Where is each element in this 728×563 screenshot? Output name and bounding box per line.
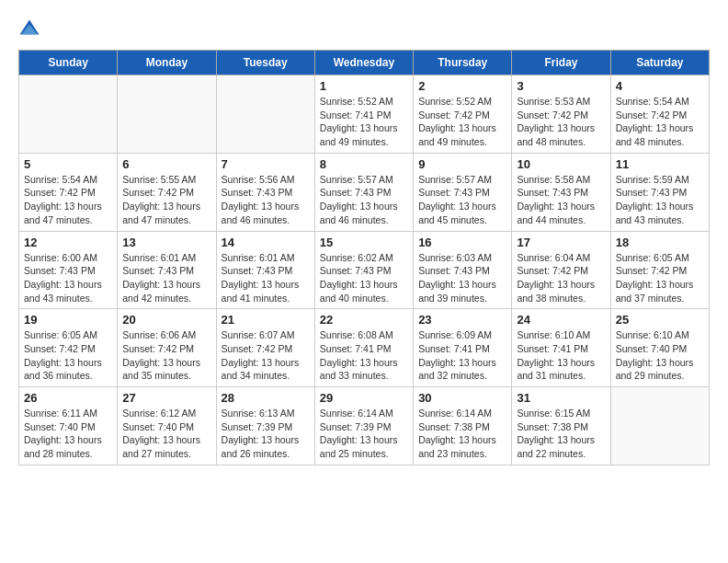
day-number: 27 (122, 391, 210, 405)
day-info: Sunrise: 6:08 AMSunset: 7:41 PMDaylight:… (320, 328, 408, 383)
day-of-week-header: Thursday (414, 51, 512, 75)
calendar-day-cell: 10Sunrise: 5:58 AMSunset: 7:43 PMDayligh… (512, 153, 610, 231)
page-header (18, 18, 710, 40)
calendar-day-cell: 11Sunrise: 5:59 AMSunset: 7:43 PMDayligh… (610, 153, 709, 231)
calendar-day-cell: 19Sunrise: 6:05 AMSunset: 7:42 PMDayligh… (19, 309, 118, 387)
day-number: 23 (418, 313, 506, 327)
day-of-week-header: Tuesday (216, 51, 314, 75)
day-info: Sunrise: 6:13 AMSunset: 7:39 PMDaylight:… (222, 407, 310, 461)
calendar-day-cell: 5Sunrise: 5:54 AMSunset: 7:42 PMDaylight… (19, 153, 118, 231)
day-info: Sunrise: 6:15 AMSunset: 7:38 PMDaylight:… (517, 407, 605, 461)
day-of-week-header: Monday (118, 51, 216, 75)
day-number: 9 (418, 157, 506, 171)
day-of-week-header: Sunday (19, 51, 118, 75)
calendar-day-cell: 16Sunrise: 6:03 AMSunset: 7:43 PMDayligh… (414, 231, 512, 309)
calendar-day-cell: 3Sunrise: 5:53 AMSunset: 7:42 PMDaylight… (512, 75, 610, 154)
day-of-week-header: Friday (512, 51, 610, 75)
calendar-day-cell: 25Sunrise: 6:10 AMSunset: 7:40 PMDayligh… (610, 309, 709, 387)
calendar-day-cell: 20Sunrise: 6:06 AMSunset: 7:42 PMDayligh… (118, 309, 216, 387)
day-number: 4 (616, 79, 704, 93)
day-info: Sunrise: 6:01 AMSunset: 7:43 PMDaylight:… (122, 251, 210, 305)
day-number: 24 (517, 313, 605, 327)
day-info: Sunrise: 5:56 AMSunset: 7:43 PMDaylight:… (222, 173, 310, 227)
day-info: Sunrise: 6:14 AMSunset: 7:39 PMDaylight:… (320, 407, 408, 461)
calendar-week-row: 5Sunrise: 5:54 AMSunset: 7:42 PMDaylight… (19, 153, 710, 231)
day-number: 22 (320, 313, 408, 327)
day-info: Sunrise: 6:09 AMSunset: 7:41 PMDaylight:… (418, 328, 506, 383)
day-info: Sunrise: 6:03 AMSunset: 7:43 PMDaylight:… (418, 251, 506, 305)
calendar-day-cell: 13Sunrise: 6:01 AMSunset: 7:43 PMDayligh… (118, 231, 216, 309)
day-info: Sunrise: 5:55 AMSunset: 7:42 PMDaylight:… (122, 173, 210, 227)
day-number: 19 (24, 313, 112, 327)
calendar-day-cell: 2Sunrise: 5:52 AMSunset: 7:42 PMDaylight… (414, 75, 512, 154)
calendar-week-row: 19Sunrise: 6:05 AMSunset: 7:42 PMDayligh… (19, 309, 710, 387)
calendar-day-cell: 1Sunrise: 5:52 AMSunset: 7:41 PMDaylight… (314, 75, 413, 154)
calendar-day-cell: 18Sunrise: 6:05 AMSunset: 7:42 PMDayligh… (610, 231, 709, 309)
day-number: 25 (616, 313, 704, 327)
day-info: Sunrise: 6:01 AMSunset: 7:43 PMDaylight:… (222, 251, 310, 305)
day-number: 14 (222, 236, 310, 249)
day-info: Sunrise: 6:05 AMSunset: 7:42 PMDaylight:… (616, 251, 704, 305)
calendar-week-row: 1Sunrise: 5:52 AMSunset: 7:41 PMDaylight… (19, 75, 710, 154)
day-info: Sunrise: 6:04 AMSunset: 7:42 PMDaylight:… (517, 251, 605, 305)
day-info: Sunrise: 6:02 AMSunset: 7:43 PMDaylight:… (320, 251, 408, 305)
day-of-week-header: Wednesday (314, 51, 413, 75)
day-info: Sunrise: 5:57 AMSunset: 7:43 PMDaylight:… (320, 173, 408, 227)
day-info: Sunrise: 5:59 AMSunset: 7:43 PMDaylight:… (616, 173, 704, 227)
calendar-day-cell: 30Sunrise: 6:14 AMSunset: 7:38 PMDayligh… (414, 387, 512, 465)
calendar-day-cell (19, 75, 118, 154)
day-info: Sunrise: 6:10 AMSunset: 7:41 PMDaylight:… (517, 328, 605, 383)
calendar-week-row: 26Sunrise: 6:11 AMSunset: 7:40 PMDayligh… (19, 387, 710, 465)
day-number: 28 (222, 391, 310, 405)
day-number: 8 (320, 157, 408, 171)
logo (18, 18, 44, 40)
day-of-week-header: Saturday (610, 51, 709, 75)
calendar-day-cell: 29Sunrise: 6:14 AMSunset: 7:39 PMDayligh… (314, 387, 413, 465)
day-info: Sunrise: 6:05 AMSunset: 7:42 PMDaylight:… (24, 328, 112, 383)
day-number: 2 (418, 79, 506, 93)
day-number: 16 (418, 236, 506, 249)
day-number: 26 (24, 391, 112, 405)
day-info: Sunrise: 6:14 AMSunset: 7:38 PMDaylight:… (418, 407, 506, 461)
day-number: 10 (517, 157, 605, 171)
day-number: 30 (418, 391, 506, 405)
day-number: 6 (122, 157, 210, 171)
calendar-day-cell: 24Sunrise: 6:10 AMSunset: 7:41 PMDayligh… (512, 309, 610, 387)
day-info: Sunrise: 6:12 AMSunset: 7:40 PMDaylight:… (122, 407, 210, 461)
calendar-day-cell: 26Sunrise: 6:11 AMSunset: 7:40 PMDayligh… (19, 387, 118, 465)
calendar-day-cell: 22Sunrise: 6:08 AMSunset: 7:41 PMDayligh… (314, 309, 413, 387)
calendar-header-row: SundayMondayTuesdayWednesdayThursdayFrid… (19, 51, 710, 75)
day-number: 21 (222, 313, 310, 327)
day-number: 31 (517, 391, 605, 405)
day-info: Sunrise: 6:10 AMSunset: 7:40 PMDaylight:… (616, 328, 704, 383)
calendar-day-cell: 27Sunrise: 6:12 AMSunset: 7:40 PMDayligh… (118, 387, 216, 465)
calendar-week-row: 12Sunrise: 6:00 AMSunset: 7:43 PMDayligh… (19, 231, 710, 309)
day-number: 18 (616, 236, 704, 249)
calendar-table: SundayMondayTuesdayWednesdayThursdayFrid… (18, 50, 710, 465)
day-number: 7 (222, 157, 310, 171)
day-number: 15 (320, 236, 408, 249)
day-info: Sunrise: 6:00 AMSunset: 7:43 PMDaylight:… (24, 251, 112, 305)
day-info: Sunrise: 5:54 AMSunset: 7:42 PMDaylight:… (24, 173, 112, 227)
calendar-day-cell: 28Sunrise: 6:13 AMSunset: 7:39 PMDayligh… (216, 387, 314, 465)
calendar-day-cell: 15Sunrise: 6:02 AMSunset: 7:43 PMDayligh… (314, 231, 413, 309)
calendar-day-cell (216, 75, 314, 154)
calendar-day-cell: 23Sunrise: 6:09 AMSunset: 7:41 PMDayligh… (414, 309, 512, 387)
calendar-day-cell: 14Sunrise: 6:01 AMSunset: 7:43 PMDayligh… (216, 231, 314, 309)
day-info: Sunrise: 5:54 AMSunset: 7:42 PMDaylight:… (616, 95, 704, 149)
day-info: Sunrise: 6:07 AMSunset: 7:42 PMDaylight:… (222, 328, 310, 383)
day-number: 1 (320, 79, 408, 93)
day-number: 17 (517, 236, 605, 249)
day-number: 20 (122, 313, 210, 327)
calendar-day-cell: 7Sunrise: 5:56 AMSunset: 7:43 PMDaylight… (216, 153, 314, 231)
calendar-day-cell: 8Sunrise: 5:57 AMSunset: 7:43 PMDaylight… (314, 153, 413, 231)
calendar-day-cell: 12Sunrise: 6:00 AMSunset: 7:43 PMDayligh… (19, 231, 118, 309)
day-info: Sunrise: 5:52 AMSunset: 7:41 PMDaylight:… (320, 95, 408, 149)
day-number: 13 (122, 236, 210, 249)
calendar-day-cell: 9Sunrise: 5:57 AMSunset: 7:43 PMDaylight… (414, 153, 512, 231)
day-number: 5 (24, 157, 112, 171)
day-number: 29 (320, 391, 408, 405)
calendar-day-cell: 21Sunrise: 6:07 AMSunset: 7:42 PMDayligh… (216, 309, 314, 387)
logo-icon (18, 18, 40, 40)
calendar-day-cell (610, 387, 709, 465)
